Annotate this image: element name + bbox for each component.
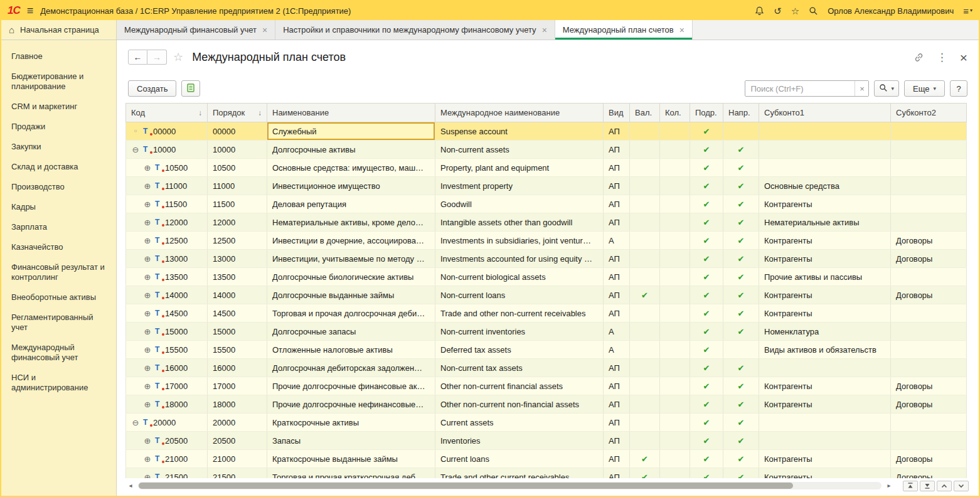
cell-intl-name[interactable]: Inventories xyxy=(435,432,604,450)
cell-kind[interactable]: АП xyxy=(604,213,630,232)
cell-val[interactable] xyxy=(630,341,660,359)
cell-val[interactable] xyxy=(630,177,660,195)
cell-subconto1[interactable] xyxy=(759,414,891,432)
cell-val[interactable] xyxy=(630,359,660,377)
cell-val[interactable] xyxy=(630,122,660,141)
cell-intl-name[interactable]: Current loans xyxy=(435,450,604,468)
expand-icon[interactable]: ⊕ xyxy=(143,255,152,263)
cell-kol[interactable] xyxy=(660,213,690,232)
cell-kind[interactable]: А xyxy=(604,323,630,341)
column-header[interactable]: Напр. xyxy=(723,104,759,122)
cell-napr[interactable] xyxy=(723,341,759,359)
sidebar-item[interactable]: Регламентированный учет xyxy=(1,307,116,338)
cell-subconto1[interactable]: Контрагенты xyxy=(759,304,891,323)
cell-val[interactable] xyxy=(630,395,660,414)
create-group-button[interactable] xyxy=(181,80,200,97)
cell-code[interactable]: ⊕Т21500 xyxy=(126,468,208,479)
cell-order[interactable]: 14500 xyxy=(208,304,267,323)
cell-kind[interactable]: А xyxy=(604,341,630,359)
expand-icon[interactable]: ⊕ xyxy=(143,437,152,445)
cell-napr[interactable]: ✔ xyxy=(723,304,759,323)
cell-name[interactable]: Долгосрочная дебиторская задолжен… xyxy=(267,359,435,377)
cell-name[interactable]: Торговая и прочая краткосрочная деб… xyxy=(267,468,435,479)
table-row[interactable]: ⊖Т1000010000Долгосрочные активыNon-curre… xyxy=(126,141,967,159)
cell-name[interactable]: Деловая репутация xyxy=(267,195,435,213)
scroll-up-button[interactable] xyxy=(937,481,952,491)
table-row[interactable]: ⊕Т1350013500Долгосрочные биологические а… xyxy=(126,268,967,286)
cell-order[interactable]: 15000 xyxy=(208,323,267,341)
cell-intl-name[interactable]: Current assets xyxy=(435,414,604,432)
cell-kind[interactable]: А xyxy=(604,232,630,250)
cell-subconto2[interactable] xyxy=(891,432,967,450)
cell-subconto1[interactable]: Прочие активы и пассивы xyxy=(759,268,891,286)
cell-subconto2[interactable]: Договоры xyxy=(891,250,967,268)
get-link-icon[interactable] xyxy=(913,52,924,63)
cell-kind[interactable]: АП xyxy=(604,359,630,377)
cell-code[interactable]: ⊕Т13000 xyxy=(126,250,208,268)
cell-name[interactable]: Инвестиции, учитываемые по методу … xyxy=(267,250,435,268)
expand-icon[interactable]: ⊕ xyxy=(143,182,152,190)
cell-val[interactable]: ✔ xyxy=(630,450,660,468)
collapse-icon[interactable]: ⊖ xyxy=(131,146,140,154)
cell-name[interactable]: Инвестиционное имущество xyxy=(267,177,435,195)
cell-order[interactable]: 13000 xyxy=(208,250,267,268)
cell-val[interactable] xyxy=(630,377,660,395)
cell-kind[interactable]: АП xyxy=(604,432,630,450)
cell-podr[interactable]: ✔ xyxy=(690,414,723,432)
table-row[interactable]: ⊕Т2100021000Краткосрочные выданные займы… xyxy=(126,450,967,468)
cell-subconto1[interactable]: Контрагенты xyxy=(759,250,891,268)
table-row[interactable]: ⊕Т1300013000Инвестиции, учитываемые по м… xyxy=(126,250,967,268)
cell-podr[interactable]: ✔ xyxy=(690,377,723,395)
cell-kol[interactable] xyxy=(660,122,690,141)
cell-intl-name[interactable]: Property, plant and equipment xyxy=(435,159,604,177)
sidebar-item[interactable]: Внеоборотные активы xyxy=(1,287,116,307)
cell-podr[interactable]: ✔ xyxy=(690,359,723,377)
sidebar-item[interactable]: Главное xyxy=(1,46,116,67)
favorites-icon[interactable]: ☆ xyxy=(791,6,799,16)
expand-icon[interactable]: ⊕ xyxy=(143,382,152,390)
cell-code[interactable]: ⊕Т15500 xyxy=(126,341,208,359)
cell-code[interactable]: ⊕Т21000 xyxy=(126,450,208,468)
cell-podr[interactable]: ✔ xyxy=(690,395,723,414)
go-to-bottom-button[interactable] xyxy=(920,481,935,491)
cell-order[interactable]: 17000 xyxy=(208,377,267,395)
cell-subconto2[interactable] xyxy=(891,141,967,159)
cell-napr[interactable]: ✔ xyxy=(723,250,759,268)
cell-val[interactable] xyxy=(630,213,660,232)
cell-name[interactable]: Краткосрочные выданные займы xyxy=(267,450,435,468)
sidebar-item[interactable]: Закупки xyxy=(1,137,116,157)
cell-subconto1[interactable] xyxy=(759,359,891,377)
cell-subconto2[interactable]: Договоры xyxy=(891,395,967,414)
cell-subconto1[interactable] xyxy=(759,159,891,177)
cell-code[interactable]: ⊕Т10500 xyxy=(126,159,208,177)
cell-kol[interactable] xyxy=(660,268,690,286)
table-row[interactable]: ⊕Т1800018000Прочие долгосрочные нефинанс… xyxy=(126,395,967,414)
cell-order[interactable]: 12500 xyxy=(208,232,267,250)
column-header[interactable]: Кол. xyxy=(660,104,690,122)
cell-intl-name[interactable]: Non-current tax assets xyxy=(435,359,604,377)
cell-kind[interactable]: АП xyxy=(604,304,630,323)
cell-podr[interactable]: ✔ xyxy=(690,141,723,159)
main-menu-icon[interactable]: ≡ xyxy=(27,5,34,16)
cell-napr[interactable]: ✔ xyxy=(723,213,759,232)
table-row[interactable]: ⊕Т1200012000Нематериальные активы, кроме… xyxy=(126,213,967,232)
cell-val[interactable] xyxy=(630,159,660,177)
tab[interactable]: Настройки и справочники по международном… xyxy=(275,20,555,40)
cell-podr[interactable]: ✔ xyxy=(690,341,723,359)
table-row[interactable]: ⊕Т1400014000Долгосрочные выданные займыN… xyxy=(126,286,967,304)
cell-napr[interactable]: ✔ xyxy=(723,159,759,177)
cell-subconto2[interactable]: Договоры xyxy=(891,232,967,250)
cell-order[interactable]: 16000 xyxy=(208,359,267,377)
expand-icon[interactable]: ⊕ xyxy=(143,273,152,281)
scrollbar-thumb[interactable] xyxy=(139,483,793,489)
cell-subconto1[interactable]: Контрагенты xyxy=(759,468,891,479)
cell-subconto1[interactable]: Контрагенты xyxy=(759,395,891,414)
cell-podr[interactable]: ✔ xyxy=(690,323,723,341)
search-input[interactable] xyxy=(745,81,855,96)
cell-val[interactable] xyxy=(630,195,660,213)
cell-val[interactable] xyxy=(630,414,660,432)
cell-kind[interactable]: АП xyxy=(604,268,630,286)
cell-code[interactable]: ⊕Т12000 xyxy=(126,213,208,232)
cell-order[interactable]: 20500 xyxy=(208,432,267,450)
expand-icon[interactable]: ⊕ xyxy=(143,455,152,463)
